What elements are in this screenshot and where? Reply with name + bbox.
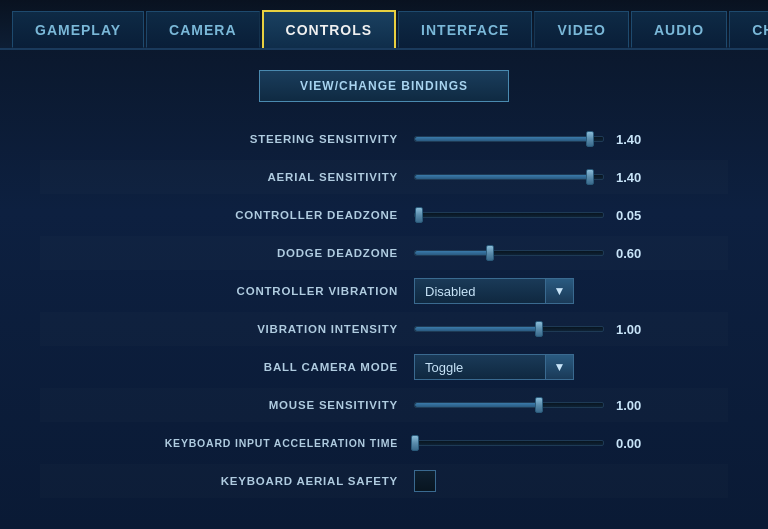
aerial-sensitivity-label: AERIAL SENSITIVITY xyxy=(94,171,414,183)
aerial-sensitivity-row: AERIAL SENSITIVITY 1.40 xyxy=(40,160,728,194)
steering-sensitivity-control: 1.40 xyxy=(414,130,674,148)
ball-camera-mode-row: BALL CAMERA MODE Toggle ▼ xyxy=(40,350,728,384)
dodge-deadzone-slider[interactable] xyxy=(414,244,604,262)
controller-deadzone-slider[interactable] xyxy=(414,206,604,224)
controller-deadzone-value: 0.05 xyxy=(616,208,654,223)
steering-sensitivity-slider[interactable] xyxy=(414,130,604,148)
ball-camera-mode-dropdown[interactable]: Toggle ▼ xyxy=(414,354,574,380)
slider-track xyxy=(414,250,604,256)
keyboard-input-acceleration-control: 0.00 xyxy=(414,434,674,452)
controller-deadzone-control: 0.05 xyxy=(414,206,674,224)
keyboard-aerial-safety-checkbox[interactable] xyxy=(414,470,436,492)
ball-camera-mode-dropdown-value: Toggle xyxy=(415,360,545,375)
slider-fill xyxy=(415,251,490,255)
slider-track xyxy=(414,440,604,446)
controller-vibration-control: Disabled ▼ xyxy=(414,278,674,304)
slider-track xyxy=(414,136,604,142)
slider-track xyxy=(414,174,604,180)
keyboard-aerial-safety-row: KEYBOARD AERIAL SAFETY xyxy=(40,464,728,498)
slider-track xyxy=(414,402,604,408)
mouse-sensitivity-control: 1.00 xyxy=(414,396,674,414)
vibration-intensity-control: 1.00 xyxy=(414,320,674,338)
mouse-sensitivity-row: MOUSE SENSITIVITY 1.00 xyxy=(40,388,728,422)
slider-thumb[interactable] xyxy=(535,397,543,413)
controller-deadzone-label: CONTROLLER DEADZONE xyxy=(94,209,414,221)
dodge-deadzone-row: DODGE DEADZONE 0.60 xyxy=(40,236,728,270)
slider-thumb[interactable] xyxy=(411,435,419,451)
slider-thumb[interactable] xyxy=(535,321,543,337)
ball-camera-mode-control: Toggle ▼ xyxy=(414,354,674,380)
slider-fill xyxy=(415,327,539,331)
slider-track xyxy=(414,212,604,218)
vibration-intensity-slider[interactable] xyxy=(414,320,604,338)
vibration-intensity-value: 1.00 xyxy=(616,322,654,337)
mouse-sensitivity-slider[interactable] xyxy=(414,396,604,414)
controller-vibration-dropdown[interactable]: Disabled ▼ xyxy=(414,278,574,304)
slider-thumb[interactable] xyxy=(586,169,594,185)
tab-gameplay[interactable]: GAMEPLAY xyxy=(12,11,144,48)
steering-sensitivity-row: STEERING SENSITIVITY 1.40 xyxy=(40,122,728,156)
tab-audio[interactable]: AUDIO xyxy=(631,11,727,48)
slider-fill xyxy=(415,137,590,141)
aerial-sensitivity-control: 1.40 xyxy=(414,168,674,186)
keyboard-aerial-safety-label: KEYBOARD AERIAL SAFETY xyxy=(94,475,414,487)
slider-thumb[interactable] xyxy=(486,245,494,261)
controller-deadzone-row: CONTROLLER DEADZONE 0.05 xyxy=(40,198,728,232)
keyboard-aerial-safety-control xyxy=(414,470,674,492)
tab-interface[interactable]: INTERFACE xyxy=(398,11,532,48)
dropdown-arrow-icon: ▼ xyxy=(545,279,573,303)
tab-controls[interactable]: CONTROLS xyxy=(262,10,397,48)
mouse-sensitivity-value: 1.00 xyxy=(616,398,654,413)
tab-camera[interactable]: CAMERA xyxy=(146,11,259,48)
aerial-sensitivity-slider[interactable] xyxy=(414,168,604,186)
dodge-deadzone-control: 0.60 xyxy=(414,244,674,262)
tab-bar: GAMEPLAY CAMERA CONTROLS INTERFACE VIDEO… xyxy=(0,0,768,50)
main-content: VIEW/CHANGE BINDINGS STEERING SENSITIVIT… xyxy=(0,50,768,518)
keyboard-input-acceleration-row: KEYBOARD INPUT ACCELERATION TIME 0.00 xyxy=(40,426,728,460)
vibration-intensity-row: VIBRATION INTENSITY 1.00 xyxy=(40,312,728,346)
slider-track xyxy=(414,326,604,332)
slider-fill xyxy=(415,175,590,179)
keyboard-input-acceleration-value: 0.00 xyxy=(616,436,654,451)
controller-vibration-dropdown-value: Disabled xyxy=(415,284,545,299)
keyboard-input-acceleration-label: KEYBOARD INPUT ACCELERATION TIME xyxy=(94,437,414,449)
tab-video[interactable]: VIDEO xyxy=(534,11,629,48)
dodge-deadzone-value: 0.60 xyxy=(616,246,654,261)
steering-sensitivity-value: 1.40 xyxy=(616,132,654,147)
tab-chat[interactable]: CHAT xyxy=(729,11,768,48)
slider-thumb[interactable] xyxy=(586,131,594,147)
keyboard-input-acceleration-slider[interactable] xyxy=(414,434,604,452)
dodge-deadzone-label: DODGE DEADZONE xyxy=(94,247,414,259)
controller-vibration-label: CONTROLLER VIBRATION xyxy=(94,285,414,297)
aerial-sensitivity-value: 1.40 xyxy=(616,170,654,185)
slider-thumb[interactable] xyxy=(415,207,423,223)
mouse-sensitivity-label: MOUSE SENSITIVITY xyxy=(94,399,414,411)
vibration-intensity-label: VIBRATION INTENSITY xyxy=(94,323,414,335)
controller-vibration-row: CONTROLLER VIBRATION Disabled ▼ xyxy=(40,274,728,308)
steering-sensitivity-label: STEERING SENSITIVITY xyxy=(94,133,414,145)
view-change-bindings-button[interactable]: VIEW/CHANGE BINDINGS xyxy=(259,70,509,102)
settings-container: STEERING SENSITIVITY 1.40 AERIAL SENSITI… xyxy=(40,122,728,498)
ball-camera-mode-label: BALL CAMERA MODE xyxy=(94,361,414,373)
slider-fill xyxy=(415,403,539,407)
dropdown-arrow-icon: ▼ xyxy=(545,355,573,379)
